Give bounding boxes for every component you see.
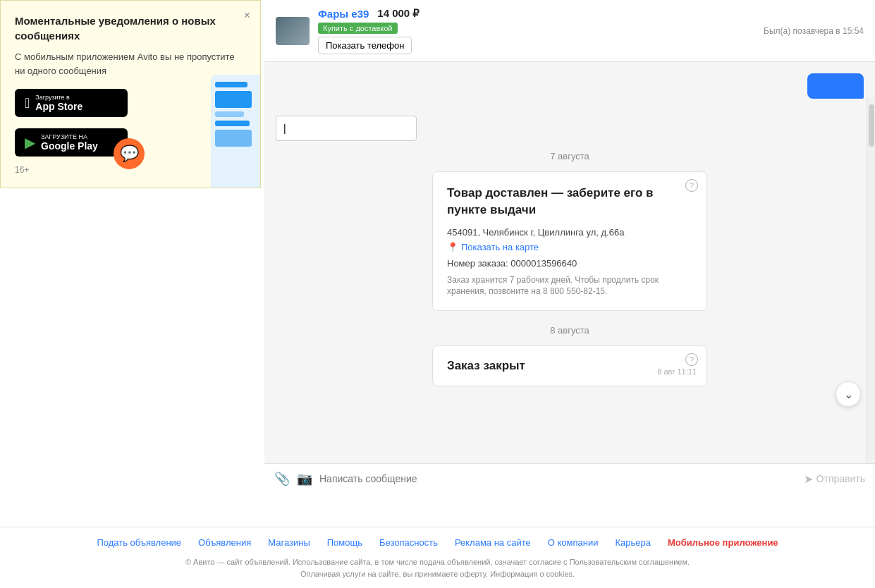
chat-scrollbar[interactable]	[867, 97, 875, 463]
delivery-card: ? Товар доставлен — заберите его в пункт…	[432, 171, 707, 311]
avito-chat-icon: 💬	[114, 138, 145, 169]
listing-info: Фары е39 14 000 ₽ Купить с доставкой Пок…	[318, 7, 755, 54]
chat-scrollbar-thumb	[869, 104, 874, 147]
delivery-card-help-icon[interactable]: ?	[685, 179, 698, 192]
attach-icon[interactable]: 📎	[274, 471, 290, 486]
closed-card-help-icon[interactable]: ?	[685, 353, 698, 366]
footer-link[interactable]: О компании	[548, 537, 599, 548]
notification-panel: × Моментальные уведомления о новых сообщ…	[0, 0, 261, 188]
app-store-label-small: Загрузите в	[35, 94, 82, 101]
delivery-tag[interactable]: Купить с доставкой	[318, 23, 398, 34]
google-play-label: Google Play	[41, 140, 98, 152]
message-input-row	[276, 116, 864, 141]
order-closed-time: 8 авг 11:11	[657, 367, 697, 376]
delivery-card-address: 454091, Челябинск г, Цвиллинга ул, д.66а	[447, 227, 692, 238]
send-icon: ➤	[804, 472, 813, 486]
chat-area: Фары е39 14 000 ₽ Купить с доставкой Пок…	[264, 0, 875, 494]
footer-link[interactable]: Магазины	[268, 537, 310, 548]
app-store-button[interactable]:  Загрузите в App Store	[15, 89, 128, 117]
delivery-card-title: Товар доставлен — заберите его в пункте …	[447, 185, 692, 219]
chat-messages[interactable]: 7 августа ? Товар доставлен — заберите е…	[264, 62, 875, 463]
listing-title[interactable]: Фары е39	[318, 8, 369, 20]
play-icon: ▶	[25, 134, 35, 151]
location-icon: 📍	[447, 242, 458, 252]
notification-desc: С мобильным приложением Avito вы не проп…	[15, 50, 246, 78]
footer-links: Подать объявлениеОбъявленияМагазиныПомощ…	[0, 527, 875, 553]
last-seen: Был(а) позавчера в 15:54	[764, 26, 864, 36]
footer-link[interactable]: Безопасность	[379, 537, 438, 548]
listing-thumbnail	[276, 17, 310, 45]
footer-link[interactable]: Реклама на сайте	[455, 537, 531, 548]
google-play-button[interactable]: ▶ ЗАГРУЗИТЕ НА Google Play	[15, 128, 128, 157]
apple-icon: 	[25, 95, 30, 111]
order-number: Номер заказа: 0000013596640	[447, 258, 692, 269]
camera-icon[interactable]: 📷	[297, 471, 312, 486]
close-notification-button[interactable]: ×	[244, 9, 250, 22]
send-button[interactable]: ➤ Отправить	[804, 472, 865, 486]
footer-link[interactable]: Объявления	[198, 537, 251, 548]
scroll-down-button[interactable]: ⌄	[836, 381, 861, 407]
google-play-label-small: ЗАГРУЗИТЕ НА	[41, 133, 98, 140]
footer-link[interactable]: Помощь	[327, 537, 362, 548]
order-closed-title: Заказ закрыт	[447, 359, 692, 373]
date-divider-1: 7 августа	[276, 151, 864, 161]
footer-link[interactable]: Карьера	[615, 537, 651, 548]
message-text-input[interactable]	[276, 116, 417, 141]
show-on-map-link[interactable]: 📍 Показать на карте	[447, 242, 692, 252]
delivery-card-note: Заказ хранится 7 рабочих дней. Чтобы про…	[447, 274, 692, 298]
order-closed-card: ? Заказ закрыт 8 авг 11:11	[432, 345, 707, 386]
listing-price: 14 000 ₽	[377, 7, 420, 20]
page-footer: Подать объявлениеОбъявленияМагазиныПомощ…	[0, 527, 875, 588]
footer-link[interactable]: Мобильное приложение	[668, 537, 778, 548]
footer-copyright: © Авито — сайт объявлений. Использование…	[0, 553, 875, 588]
show-phone-button[interactable]: Показать телефон	[318, 37, 412, 54]
footer-link[interactable]: Подать объявление	[97, 537, 181, 548]
app-store-label: App Store	[35, 101, 82, 112]
chat-header: Фары е39 14 000 ₽ Купить с доставкой Пок…	[264, 0, 875, 62]
send-label: Отправить	[816, 473, 865, 484]
message-bubble-sent	[807, 73, 864, 99]
notification-title: Моментальные уведомления о новых сообщен…	[15, 13, 246, 43]
date-divider-2: 8 августа	[276, 325, 864, 336]
chat-message-input[interactable]	[319, 473, 797, 484]
chat-input-bar: 📎 📷 ➤ Отправить	[264, 463, 875, 494]
